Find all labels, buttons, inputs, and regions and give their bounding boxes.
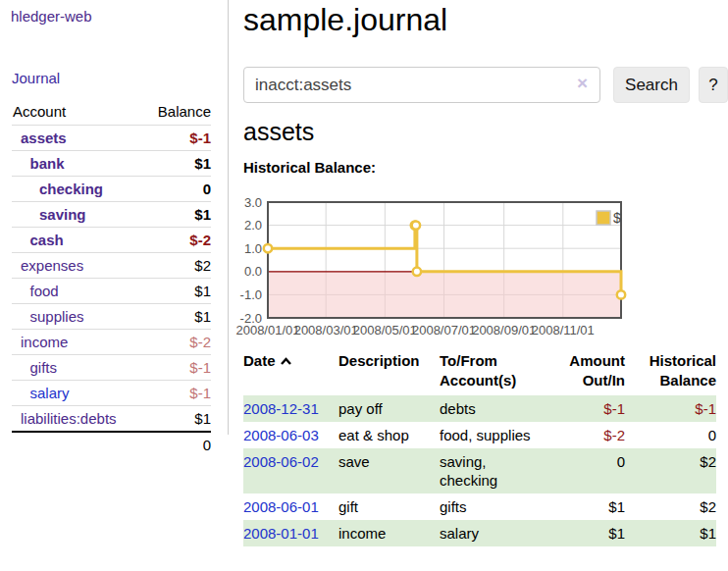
account-row: assets$-1 — [12, 126, 211, 151]
account-row: expenses$2 — [12, 253, 211, 279]
account-link[interactable]: bank — [30, 155, 65, 172]
transaction-description: save — [338, 448, 440, 493]
account-balance: $-1 — [112, 381, 212, 406]
sidebar-item-journal[interactable]: Journal — [12, 70, 60, 86]
account-row: food$1 — [12, 279, 211, 304]
account-row: salary$-1 — [12, 381, 211, 406]
account-link[interactable]: saving — [39, 206, 86, 223]
account-row: checking0 — [12, 177, 211, 202]
table-row: 2008-12-31pay offdebts$-1$-1 — [243, 395, 716, 422]
sidebar-divider — [228, 0, 229, 435]
account-link[interactable]: gifts — [30, 359, 58, 376]
account-balance: $-2 — [112, 330, 212, 355]
account-row: saving$1 — [12, 202, 211, 228]
search-button[interactable]: Search — [613, 67, 690, 103]
account-balance: $1 — [112, 151, 212, 177]
transaction-accounts: salary — [440, 520, 554, 546]
svg-text:2.0: 2.0 — [244, 218, 262, 233]
account-link[interactable]: food — [30, 283, 59, 299]
account-balance: $-1 — [112, 126, 212, 151]
accounts-total-value: 0 — [112, 432, 212, 457]
svg-text:2008/01/01: 2008/01/01 — [235, 323, 299, 337]
sort-asc-icon — [280, 351, 292, 371]
transaction-balance: 0 — [625, 422, 716, 448]
search-input[interactable] — [243, 67, 600, 103]
register-rows: 2008-12-31pay offdebts$-1$-12008-06-03ea… — [243, 395, 716, 546]
transaction-amount: $-2 — [554, 422, 625, 448]
chart-legend-label: $ — [613, 210, 621, 226]
account-link[interactable]: income — [21, 334, 68, 350]
account-row: gifts$-1 — [12, 355, 211, 381]
transaction-date-link[interactable]: 2008-01-01 — [243, 525, 319, 542]
app-brand-link[interactable]: hledger-web — [11, 8, 92, 25]
page-title: sample.journal — [243, 2, 447, 38]
account-row: supplies$1 — [12, 304, 211, 330]
table-row: 2008-01-01incomesalary$1$1 — [243, 520, 716, 546]
transaction-balance: $-1 — [625, 395, 716, 422]
register-header-description: Description — [338, 349, 440, 395]
account-row: income$-2 — [12, 330, 211, 355]
transaction-description: pay off — [338, 395, 440, 422]
account-balance: $1 — [112, 304, 212, 330]
transaction-accounts: food, supplies — [440, 422, 554, 448]
accounts-header-balance: Balance — [112, 99, 212, 126]
account-balance: $-1 — [112, 355, 212, 381]
account-link[interactable]: expenses — [21, 257, 83, 274]
svg-text:2008/11/01: 2008/11/01 — [532, 323, 595, 337]
transaction-date-link[interactable]: 2008-06-01 — [243, 498, 319, 515]
table-row: 2008-06-02savesaving, checking0$2 — [243, 448, 716, 493]
transaction-description: income — [338, 520, 440, 546]
chart-title: Historical Balance: — [243, 159, 376, 176]
search-form: × Search ? — [243, 67, 728, 103]
register-header-account: To/From Account(s) — [440, 349, 554, 395]
transaction-accounts: gifts — [440, 493, 554, 520]
transaction-accounts: saving, checking — [440, 448, 554, 493]
account-link[interactable]: supplies — [30, 308, 84, 325]
table-row: 2008-06-03eat & shopfood, supplies$-20 — [243, 422, 716, 448]
transaction-date-link[interactable]: 2008-06-03 — [243, 427, 319, 443]
svg-text:2008/05/01: 2008/05/01 — [353, 323, 417, 337]
svg-text:3.0: 3.0 — [244, 195, 262, 210]
table-row: 2008-06-01giftgifts$1$2 — [243, 493, 716, 520]
svg-text:2008/03/01: 2008/03/01 — [294, 323, 358, 337]
account-link[interactable]: assets — [21, 130, 67, 146]
svg-text:2008/09/01: 2008/09/01 — [472, 323, 536, 337]
register-header-date[interactable]: Date — [243, 349, 338, 395]
svg-text:1.0: 1.0 — [244, 241, 262, 256]
register-table: Date Description To/From Account(s) Amou… — [243, 349, 716, 546]
accounts-header-account: Account — [12, 99, 112, 126]
account-row: liabilities:debts$1 — [12, 406, 211, 433]
historical-balance-chart: 3.02.01.00.0-1.0-2.02008/01/012008/03/01… — [235, 194, 638, 343]
account-link[interactable]: salary — [30, 385, 70, 401]
account-row: bank$1 — [12, 151, 211, 177]
transaction-description: eat & shop — [338, 422, 440, 448]
transaction-balance: $2 — [625, 493, 716, 520]
account-balance: $2 — [112, 253, 212, 279]
transaction-balance: $1 — [625, 520, 716, 546]
svg-text:2008/07/01: 2008/07/01 — [412, 323, 476, 337]
help-button[interactable]: ? — [699, 67, 728, 103]
transaction-amount: $1 — [554, 493, 625, 520]
transaction-amount: $-1 — [554, 395, 625, 422]
transaction-date-link[interactable]: 2008-12-31 — [243, 400, 319, 417]
account-balance: $1 — [112, 406, 212, 433]
clear-search-icon[interactable]: × — [577, 73, 588, 94]
account-balance: $-2 — [112, 228, 212, 253]
transaction-amount: $1 — [554, 520, 625, 546]
account-page-title: assets — [243, 118, 314, 146]
transaction-amount: 0 — [554, 448, 625, 493]
transaction-balance: $2 — [625, 448, 716, 493]
transaction-accounts: debts — [440, 395, 554, 422]
account-balance: $1 — [112, 279, 212, 304]
transaction-description: gift — [338, 493, 440, 520]
register-header-amount: Amount Out/In — [554, 349, 625, 395]
svg-text:0.0: 0.0 — [244, 264, 262, 279]
chart-container: 3.02.01.00.0-1.0-2.02008/01/012008/03/01… — [235, 194, 638, 347]
account-link[interactable]: cash — [30, 232, 64, 248]
svg-text:-1.0: -1.0 — [240, 287, 262, 302]
account-link[interactable]: checking — [39, 181, 103, 197]
transaction-date-link[interactable]: 2008-06-02 — [243, 453, 319, 470]
account-balance: $1 — [112, 202, 212, 228]
account-link[interactable]: liabilities:debts — [21, 410, 117, 427]
register-header-balance: Historical Balance — [625, 349, 716, 395]
